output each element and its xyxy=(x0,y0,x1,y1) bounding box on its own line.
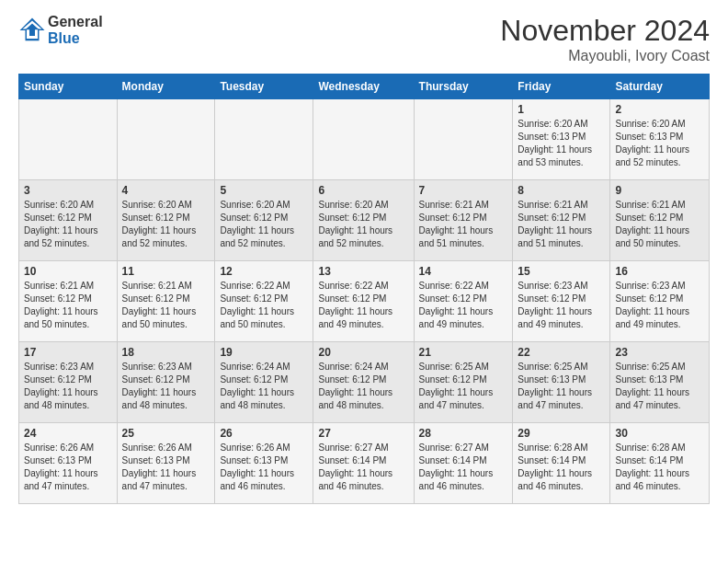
calendar-cell: 17Sunrise: 6:23 AM Sunset: 6:12 PM Dayli… xyxy=(19,342,118,423)
day-number: 14 xyxy=(419,265,508,278)
page: General Blue November 2024 Mayoubli, Ivo… xyxy=(0,0,728,563)
calendar-cell: 8Sunrise: 6:21 AM Sunset: 6:12 PM Daylig… xyxy=(513,180,610,261)
day-info: Sunrise: 6:21 AM Sunset: 6:12 PM Dayligh… xyxy=(24,280,112,331)
day-number: 9 xyxy=(615,184,704,197)
day-number: 17 xyxy=(24,346,112,359)
day-number: 28 xyxy=(419,427,508,440)
calendar-week-row: 17Sunrise: 6:23 AM Sunset: 6:12 PM Dayli… xyxy=(19,342,710,423)
calendar-cell: 2Sunrise: 6:20 AM Sunset: 6:13 PM Daylig… xyxy=(610,99,710,180)
calendar-header-sunday: Sunday xyxy=(19,75,118,99)
day-info: Sunrise: 6:23 AM Sunset: 6:12 PM Dayligh… xyxy=(615,280,704,331)
logo-icon xyxy=(18,17,46,44)
calendar-header-monday: Monday xyxy=(117,75,215,99)
day-info: Sunrise: 6:24 AM Sunset: 6:12 PM Dayligh… xyxy=(318,361,408,412)
calendar-header-row: SundayMondayTuesdayWednesdayThursdayFrid… xyxy=(19,75,710,99)
logo: General Blue xyxy=(18,14,103,47)
calendar-cell: 9Sunrise: 6:21 AM Sunset: 6:12 PM Daylig… xyxy=(610,180,710,261)
day-number: 26 xyxy=(220,427,308,440)
day-info: Sunrise: 6:20 AM Sunset: 6:12 PM Dayligh… xyxy=(24,199,112,250)
day-info: Sunrise: 6:20 AM Sunset: 6:13 PM Dayligh… xyxy=(518,118,605,169)
calendar-week-row: 10Sunrise: 6:21 AM Sunset: 6:12 PM Dayli… xyxy=(19,261,710,342)
calendar-cell: 7Sunrise: 6:21 AM Sunset: 6:12 PM Daylig… xyxy=(414,180,513,261)
day-number: 30 xyxy=(615,427,704,440)
calendar-cell: 22Sunrise: 6:25 AM Sunset: 6:13 PM Dayli… xyxy=(513,342,610,423)
day-info: Sunrise: 6:20 AM Sunset: 6:12 PM Dayligh… xyxy=(318,199,408,250)
day-info: Sunrise: 6:21 AM Sunset: 6:12 PM Dayligh… xyxy=(122,280,210,331)
calendar-week-row: 1Sunrise: 6:20 AM Sunset: 6:13 PM Daylig… xyxy=(19,99,710,180)
main-title: November 2024 xyxy=(500,14,710,48)
day-info: Sunrise: 6:26 AM Sunset: 6:13 PM Dayligh… xyxy=(24,442,112,493)
day-number: 3 xyxy=(24,184,112,197)
calendar-header-friday: Friday xyxy=(513,75,610,99)
day-info: Sunrise: 6:28 AM Sunset: 6:14 PM Dayligh… xyxy=(518,442,605,493)
day-info: Sunrise: 6:20 AM Sunset: 6:12 PM Dayligh… xyxy=(122,199,210,250)
day-number: 4 xyxy=(122,184,210,197)
calendar-cell: 6Sunrise: 6:20 AM Sunset: 6:12 PM Daylig… xyxy=(313,180,414,261)
day-number: 13 xyxy=(318,265,408,278)
calendar-cell: 25Sunrise: 6:26 AM Sunset: 6:13 PM Dayli… xyxy=(117,423,215,504)
calendar: SundayMondayTuesdayWednesdayThursdayFrid… xyxy=(18,74,710,504)
calendar-cell: 24Sunrise: 6:26 AM Sunset: 6:13 PM Dayli… xyxy=(19,423,118,504)
calendar-header-thursday: Thursday xyxy=(414,75,513,99)
day-number: 24 xyxy=(24,427,112,440)
day-number: 18 xyxy=(122,346,210,359)
day-number: 12 xyxy=(220,265,308,278)
day-number: 2 xyxy=(615,103,704,116)
calendar-cell xyxy=(19,99,118,180)
day-info: Sunrise: 6:20 AM Sunset: 6:13 PM Dayligh… xyxy=(615,118,704,169)
calendar-cell: 29Sunrise: 6:28 AM Sunset: 6:14 PM Dayli… xyxy=(513,423,610,504)
day-info: Sunrise: 6:21 AM Sunset: 6:12 PM Dayligh… xyxy=(615,199,704,250)
day-number: 23 xyxy=(615,346,704,359)
calendar-header-saturday: Saturday xyxy=(610,75,710,99)
calendar-cell: 4Sunrise: 6:20 AM Sunset: 6:12 PM Daylig… xyxy=(117,180,215,261)
day-info: Sunrise: 6:22 AM Sunset: 6:12 PM Dayligh… xyxy=(318,280,408,331)
day-number: 16 xyxy=(615,265,704,278)
calendar-cell: 26Sunrise: 6:26 AM Sunset: 6:13 PM Dayli… xyxy=(215,423,313,504)
day-number: 20 xyxy=(318,346,408,359)
day-info: Sunrise: 6:23 AM Sunset: 6:12 PM Dayligh… xyxy=(122,361,210,412)
day-info: Sunrise: 6:27 AM Sunset: 6:14 PM Dayligh… xyxy=(419,442,508,493)
day-info: Sunrise: 6:26 AM Sunset: 6:13 PM Dayligh… xyxy=(220,442,308,493)
day-number: 22 xyxy=(518,346,605,359)
day-number: 1 xyxy=(518,103,605,116)
calendar-cell: 3Sunrise: 6:20 AM Sunset: 6:12 PM Daylig… xyxy=(19,180,118,261)
day-info: Sunrise: 6:21 AM Sunset: 6:12 PM Dayligh… xyxy=(518,199,605,250)
calendar-cell: 14Sunrise: 6:22 AM Sunset: 6:12 PM Dayli… xyxy=(414,261,513,342)
day-info: Sunrise: 6:24 AM Sunset: 6:12 PM Dayligh… xyxy=(220,361,308,412)
calendar-cell xyxy=(313,99,414,180)
day-info: Sunrise: 6:25 AM Sunset: 6:13 PM Dayligh… xyxy=(518,361,605,412)
day-number: 15 xyxy=(518,265,605,278)
title-section: November 2024 Mayoubli, Ivory Coast xyxy=(500,14,710,64)
day-info: Sunrise: 6:28 AM Sunset: 6:14 PM Dayligh… xyxy=(615,442,704,493)
calendar-cell: 20Sunrise: 6:24 AM Sunset: 6:12 PM Dayli… xyxy=(313,342,414,423)
calendar-cell: 13Sunrise: 6:22 AM Sunset: 6:12 PM Dayli… xyxy=(313,261,414,342)
calendar-cell: 11Sunrise: 6:21 AM Sunset: 6:12 PM Dayli… xyxy=(117,261,215,342)
day-info: Sunrise: 6:21 AM Sunset: 6:12 PM Dayligh… xyxy=(419,199,508,250)
calendar-week-row: 3Sunrise: 6:20 AM Sunset: 6:12 PM Daylig… xyxy=(19,180,710,261)
calendar-cell: 1Sunrise: 6:20 AM Sunset: 6:13 PM Daylig… xyxy=(513,99,610,180)
calendar-cell: 30Sunrise: 6:28 AM Sunset: 6:14 PM Dayli… xyxy=(610,423,710,504)
calendar-cell: 21Sunrise: 6:25 AM Sunset: 6:12 PM Dayli… xyxy=(414,342,513,423)
calendar-cell: 15Sunrise: 6:23 AM Sunset: 6:12 PM Dayli… xyxy=(513,261,610,342)
day-info: Sunrise: 6:26 AM Sunset: 6:13 PM Dayligh… xyxy=(122,442,210,493)
calendar-header-wednesday: Wednesday xyxy=(313,75,414,99)
day-number: 5 xyxy=(220,184,308,197)
day-number: 6 xyxy=(318,184,408,197)
header: General Blue November 2024 Mayoubli, Ivo… xyxy=(18,14,710,64)
calendar-cell: 28Sunrise: 6:27 AM Sunset: 6:14 PM Dayli… xyxy=(414,423,513,504)
day-number: 19 xyxy=(220,346,308,359)
logo-text: General Blue xyxy=(48,14,103,47)
calendar-cell: 23Sunrise: 6:25 AM Sunset: 6:13 PM Dayli… xyxy=(610,342,710,423)
day-number: 8 xyxy=(518,184,605,197)
day-number: 27 xyxy=(318,427,408,440)
calendar-cell xyxy=(215,99,313,180)
calendar-cell xyxy=(117,99,215,180)
calendar-header-tuesday: Tuesday xyxy=(215,75,313,99)
day-info: Sunrise: 6:22 AM Sunset: 6:12 PM Dayligh… xyxy=(220,280,308,331)
day-number: 25 xyxy=(122,427,210,440)
day-number: 21 xyxy=(419,346,508,359)
calendar-cell: 19Sunrise: 6:24 AM Sunset: 6:12 PM Dayli… xyxy=(215,342,313,423)
day-info: Sunrise: 6:23 AM Sunset: 6:12 PM Dayligh… xyxy=(24,361,112,412)
day-number: 7 xyxy=(419,184,508,197)
day-number: 29 xyxy=(518,427,605,440)
